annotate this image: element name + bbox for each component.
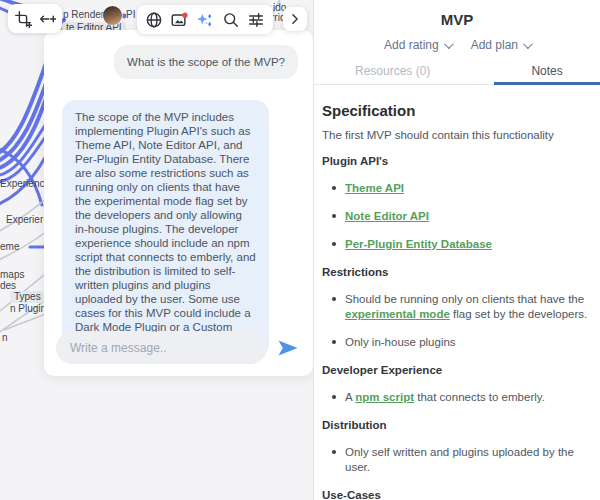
notes-document: Specification The first MVP should conta… (322, 94, 594, 500)
bullet-text: Theme API (345, 181, 404, 196)
chat-panel: What is the scope of the MVP? The scope … (44, 30, 313, 376)
bullet-text: Only self written and plugins uploaded b… (345, 445, 594, 475)
graph-node-label[interactable]: PI (126, 9, 135, 21)
send-button[interactable] (277, 336, 303, 360)
add-rating-label: Add rating (384, 38, 439, 52)
search-icon[interactable] (222, 11, 240, 29)
bullet-dot (332, 340, 336, 344)
chat-assistant-message: The scope of the MVP includes implementi… (62, 100, 269, 358)
bullet-text: Should be running only on clients that h… (345, 292, 594, 322)
page-title: MVP (314, 11, 600, 28)
bullet-dot (332, 450, 336, 454)
sparkles-icon[interactable] (196, 11, 214, 29)
bullet-item: Only self written and plugins uploaded b… (332, 445, 594, 475)
bullet-text: Note Editor API (345, 209, 429, 224)
section-title: Plugin API's (322, 155, 594, 167)
document-heading: Specification (322, 102, 594, 119)
doc-link[interactable]: Theme API (345, 182, 404, 194)
bullet-dot (332, 242, 336, 246)
chat-user-message: What is the scope of the MVP? (114, 45, 298, 79)
arrow-add-icon[interactable] (38, 10, 56, 28)
chat-input-row (56, 332, 303, 364)
bullet-text: Per-Plugin Entity Database (345, 237, 492, 252)
graph-node-label[interactable]: Types (10, 291, 45, 303)
crop-add-icon[interactable] (14, 10, 32, 28)
tab-notes[interactable]: Notes (494, 60, 600, 85)
message-input[interactable] (56, 332, 267, 364)
section-title: Distribution (322, 419, 594, 431)
graph-node-label[interactable]: n (2, 332, 8, 344)
doc-link[interactable]: npm script (355, 391, 414, 403)
screenshot-icon[interactable] (170, 11, 188, 29)
bullet-dot (332, 297, 336, 301)
bullet-dot (332, 186, 336, 190)
graph-canvas[interactable]: p RenderePIte Editor APIUI OvidorridGlMa… (0, 0, 313, 500)
section-title: Developer Experience (322, 364, 594, 376)
graph-node-label[interactable]: eme (0, 241, 19, 253)
bullet-item: Should be running only on clients that h… (332, 292, 594, 322)
bullet-item: Per-Plugin Entity Database (332, 237, 594, 252)
tab-resources[interactable]: Resources (0) (314, 60, 471, 85)
graph-node-label[interactable]: Experienc (0, 178, 44, 190)
graph-node-label[interactable]: n Plugin (10, 303, 46, 315)
bullet-item: A npm script that connects to emberly. (332, 390, 594, 405)
chevron-down-icon (444, 39, 454, 49)
section-title: Restrictions (322, 266, 594, 278)
tab-bar: Resources (0) Notes (314, 60, 600, 85)
doc-link[interactable]: Note Editor API (345, 210, 429, 222)
section-title: Use-Cases (322, 489, 594, 500)
add-plan-label: Add plan (471, 38, 518, 52)
panel-actions: Add rating Add plan (314, 38, 600, 52)
document-intro: The first MVP should contain this functi… (322, 129, 594, 141)
graph-node-label[interactable]: Experier (6, 214, 43, 226)
bullet-text: A npm script that connects to emberly. (345, 390, 545, 405)
globe-icon[interactable] (145, 11, 163, 29)
bullet-item: Note Editor API (332, 209, 594, 224)
bullet-dot (332, 395, 336, 399)
bullet-item: Only in-house plugins (332, 335, 594, 350)
bullet-item: Theme API (332, 181, 594, 196)
user-avatar[interactable] (103, 6, 122, 25)
toolbar-primary (8, 4, 62, 33)
doc-link[interactable]: Per-Plugin Entity Database (345, 238, 492, 250)
detail-panel: MVP Add rating Add plan Resources (0) No… (313, 0, 600, 500)
expand-panel-button[interactable] (283, 7, 307, 31)
chevron-down-icon (523, 39, 533, 49)
chevron-right-icon (288, 12, 302, 26)
send-icon (277, 338, 299, 358)
add-rating-dropdown[interactable]: Add rating (384, 38, 451, 52)
document-sections: Plugin API'sTheme APINote Editor APIPer-… (322, 155, 594, 500)
bullet-text: Only in-house plugins (345, 335, 456, 350)
tune-icon[interactable] (247, 11, 265, 29)
doc-link[interactable]: experimental mode (345, 308, 450, 320)
add-plan-dropdown[interactable]: Add plan (471, 38, 530, 52)
bullet-dot (332, 214, 336, 218)
toolbar-secondary (137, 5, 273, 34)
